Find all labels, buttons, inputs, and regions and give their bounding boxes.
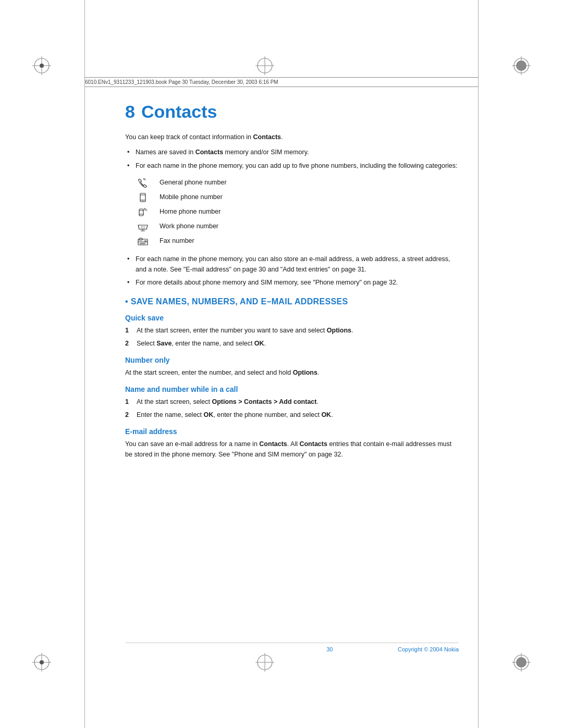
chapter-heading: 8Contacts xyxy=(125,102,459,122)
phone-type-work: Work phone number xyxy=(136,221,459,232)
footer-copyright: Copyright © 2004 Nokia xyxy=(398,646,459,652)
corner-mark-top-center xyxy=(255,56,274,75)
mobile-phone-icon xyxy=(136,192,150,203)
svg-point-20 xyxy=(141,226,142,227)
svg-point-3 xyxy=(40,64,44,68)
chapter-number: 8 xyxy=(125,102,135,121)
chapter-title: Contacts xyxy=(141,102,217,121)
main-content: 8Contacts You can keep track of contact … xyxy=(125,96,459,465)
name-number-call-step-2: 2 Enter the name, select OK, enter the p… xyxy=(125,410,459,420)
subsection-quick-save: Quick save xyxy=(125,314,459,322)
phone-type-mobile-label: Mobile phone number xyxy=(160,192,223,202)
header-text: 6010.ENv1_9311233_121903.book Page 30 Tu… xyxy=(85,79,278,85)
svg-rect-29 xyxy=(144,240,146,242)
svg-point-14 xyxy=(142,201,143,202)
footer: 30 Copyright © 2004 Nokia xyxy=(125,643,459,652)
subsection-number-only: Number only xyxy=(125,356,459,364)
svg-rect-11 xyxy=(140,193,145,202)
general-phone-icon xyxy=(136,177,150,189)
svg-point-21 xyxy=(142,226,143,227)
subsection-title-name-number-call: Name and number while in a call xyxy=(125,385,238,393)
subsection-email: E-mail address xyxy=(125,427,459,436)
subsection-title-email: E-mail address xyxy=(125,427,177,436)
svg-point-42 xyxy=(516,657,527,668)
corner-mark-top-left xyxy=(32,56,51,75)
intro-bullets: Names are saved in Contacts memory and/o… xyxy=(125,147,459,171)
corner-mark-bottom-left xyxy=(32,653,51,672)
bullet-item-1: Names are saved in Contacts memory and/o… xyxy=(125,147,459,157)
corner-mark-top-right xyxy=(512,56,531,75)
header-bar: 6010.ENv1_9311233_121903.book Page 30 Tu… xyxy=(85,77,478,87)
quick-save-step-1: 1 At the start screen, enter the number … xyxy=(125,326,459,336)
phone-type-home-label: Home phone number xyxy=(160,207,221,217)
more-bullet-1: For each name in the phone memory, you c… xyxy=(125,254,459,275)
home-phone-icon xyxy=(136,206,150,218)
phone-type-fax-label: Fax number xyxy=(160,236,194,246)
phone-type-fax: Fax number xyxy=(136,236,459,247)
name-number-call-steps: 1 At the start screen, select Options > … xyxy=(125,397,459,420)
phone-type-mobile: Mobile phone number xyxy=(136,192,459,203)
svg-point-10 xyxy=(516,60,527,71)
bullet-item-2: For each name in the phone memory, you c… xyxy=(125,161,459,171)
vline-left xyxy=(84,0,85,728)
vline-right xyxy=(478,0,479,728)
name-number-call-step-1: 1 At the start screen, select Options > … xyxy=(125,397,459,407)
quick-save-step-2: 2 Select Save, enter the name, and selec… xyxy=(125,339,459,349)
phone-type-list: General phone number Mobile phone number xyxy=(136,177,459,247)
phone-type-work-label: Work phone number xyxy=(160,221,218,231)
subsection-title-quick-save: Quick save xyxy=(125,314,164,322)
work-phone-icon xyxy=(136,221,150,232)
svg-point-24 xyxy=(142,228,143,229)
corner-mark-bottom-center xyxy=(255,653,274,672)
footer-page-number: 30 xyxy=(262,646,398,652)
intro-paragraph: You can keep track of contact informatio… xyxy=(125,132,459,142)
svg-rect-15 xyxy=(139,209,143,216)
more-bullet-2: For more details about phone memory and … xyxy=(125,278,459,288)
subsection-name-number-call: Name and number while in a call xyxy=(125,385,459,393)
phone-type-general: General phone number xyxy=(136,177,459,189)
svg-point-25 xyxy=(144,228,145,229)
corner-mark-bottom-right xyxy=(512,653,531,672)
subsection-title-number-only: Number only xyxy=(125,356,170,364)
email-body: You can save an e-mail address for a nam… xyxy=(125,439,459,460)
phone-type-general-label: General phone number xyxy=(160,178,227,188)
number-only-body: At the start screen, enter the number, a… xyxy=(125,368,459,378)
svg-point-22 xyxy=(144,226,145,227)
svg-point-35 xyxy=(40,660,44,664)
fax-icon xyxy=(136,236,150,247)
section-heading-save: SAVE NAMES, NUMBERS, AND E–MAIL ADDRESSE… xyxy=(125,297,459,306)
page: 6010.ENv1_9311233_121903.book Page 30 Tu… xyxy=(0,0,563,728)
phone-type-home: Home phone number xyxy=(136,206,459,218)
svg-point-23 xyxy=(141,228,142,229)
more-bullets: For each name in the phone memory, you c… xyxy=(125,254,459,288)
quick-save-steps: 1 At the start screen, enter the number … xyxy=(125,326,459,349)
